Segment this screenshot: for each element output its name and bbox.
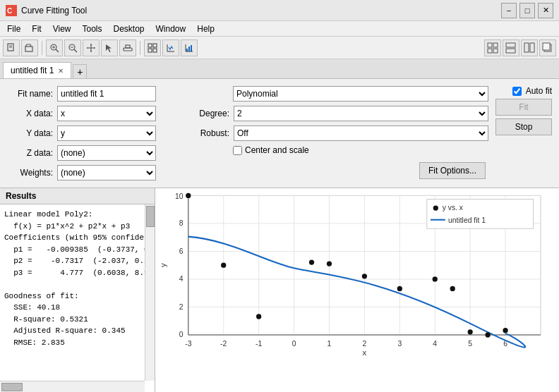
svg-text:4: 4 — [179, 275, 184, 283]
svg-rect-21 — [153, 44, 157, 47]
svg-text:1: 1 — [327, 340, 332, 348]
chart-svg: -3 -2 -1 0 1 2 3 4 5 6 x 0 2 4 6 8 10 y — [155, 188, 559, 392]
menu-tools[interactable]: Tools — [76, 23, 107, 35]
zoom-out-button[interactable] — [64, 39, 81, 56]
minimize-button[interactable]: − — [501, 3, 517, 18]
svg-text:8: 8 — [179, 219, 184, 227]
results-scrollbar-thumb[interactable] — [146, 206, 155, 227]
svg-text:untitled fit 1: untitled fit 1 — [448, 216, 486, 224]
x-data-label: X data: — [7, 109, 53, 118]
z-data-label: Z data: — [7, 148, 53, 158]
fit-name-label: Fit name: — [7, 89, 53, 99]
axes-button[interactable] — [162, 39, 179, 56]
y-data-select[interactable]: y — [57, 125, 156, 141]
menu-help[interactable]: Help — [191, 23, 220, 35]
fit-name-row: Fit name: — [7, 86, 176, 102]
degree-label: Degree: — [191, 109, 229, 118]
weights-select[interactable]: (none) — [57, 165, 156, 180]
svg-text:6: 6 — [179, 247, 184, 255]
chart-button[interactable] — [181, 39, 198, 56]
fit-button[interactable]: Fit — [495, 99, 552, 116]
center-scale-checkbox[interactable] — [233, 146, 242, 155]
z-data-row: Z data: (none) — [7, 145, 176, 161]
z-data-select[interactable]: (none) — [57, 145, 156, 161]
close-button[interactable]: ✕ — [538, 3, 553, 18]
svg-line-11 — [74, 49, 77, 52]
grid-button[interactable] — [144, 39, 161, 56]
results-scrollbar-h-thumb[interactable] — [1, 383, 23, 391]
tab-bar: untitled fit 1 ✕ + — [0, 59, 559, 79]
brush-button[interactable] — [119, 39, 136, 56]
svg-rect-37 — [524, 43, 529, 52]
y-data-label: Y data: — [7, 128, 53, 138]
svg-rect-28 — [186, 49, 188, 51]
robust-select[interactable]: Off LAR Bisquare — [234, 125, 488, 141]
degree-select[interactable]: 2 1 3 4 — [234, 106, 488, 121]
toolbar-separator-2 — [140, 41, 140, 55]
svg-text:-3: -3 — [185, 340, 191, 348]
menu-fit[interactable]: Fit — [26, 23, 47, 35]
tab-close-button[interactable]: ✕ — [58, 67, 64, 75]
svg-line-7 — [56, 49, 59, 52]
main-content: Fit name: X data: x Y data: y Z data: (n… — [0, 79, 559, 392]
menu-file[interactable]: File — [1, 23, 26, 35]
svg-text:4: 4 — [433, 340, 437, 348]
tile-button[interactable] — [484, 39, 501, 56]
svg-rect-34 — [493, 49, 498, 53]
add-tab-button[interactable]: + — [73, 64, 87, 78]
svg-rect-29 — [188, 47, 190, 51]
tab-label: untitled fit 1 — [11, 66, 54, 75]
tile-v-button[interactable] — [503, 39, 519, 56]
app-icon: C — [6, 5, 17, 16]
svg-text:y vs. x: y vs. x — [443, 204, 464, 212]
svg-marker-17 — [106, 44, 112, 52]
svg-text:0: 0 — [179, 331, 184, 338]
menu-desktop[interactable]: Desktop — [108, 23, 150, 35]
svg-rect-20 — [148, 44, 152, 47]
menu-view[interactable]: View — [47, 23, 77, 35]
x-data-select[interactable]: x — [57, 106, 156, 121]
fit-options-button[interactable]: Fit Options... — [419, 162, 486, 179]
open-button[interactable] — [21, 39, 38, 56]
svg-rect-31 — [488, 43, 492, 47]
svg-text:y: y — [159, 263, 167, 267]
svg-rect-22 — [148, 49, 152, 52]
auto-fit-checkbox[interactable] — [512, 87, 522, 96]
results-header: Results — [0, 188, 155, 204]
window-title: Curve Fitting Tool — [21, 6, 501, 16]
svg-point-76 — [186, 193, 191, 198]
datacursor-button[interactable] — [101, 39, 118, 56]
menu-window[interactable]: Window — [150, 23, 192, 35]
tile-h-button[interactable] — [521, 39, 538, 56]
toolbar — [0, 37, 559, 59]
results-scrollbar-vertical[interactable] — [145, 204, 155, 381]
y-data-row: Y data: y — [7, 125, 176, 141]
svg-point-89 — [433, 205, 438, 210]
float-button[interactable] — [539, 39, 556, 56]
svg-point-79 — [309, 259, 314, 264]
pan-button[interactable] — [83, 39, 100, 56]
stop-button[interactable]: Stop — [495, 118, 552, 135]
bottom-panel: Results Linear model Poly2: f(x) = p1*x^… — [0, 188, 559, 392]
auto-fit-row: Auto fit — [495, 86, 552, 96]
menu-bar: File Fit View Tools Desktop Window Help — [0, 21, 559, 37]
auto-fit-label[interactable]: Auto fit — [526, 86, 552, 96]
method-row: Polynomial — [191, 86, 488, 102]
fit-name-input[interactable] — [57, 86, 156, 102]
title-bar: C Curve Fitting Tool − □ ✕ — [0, 0, 559, 21]
results-scrollbar-horizontal[interactable] — [0, 381, 145, 392]
tab-untitled-fit-1[interactable]: untitled fit 1 ✕ — [3, 62, 71, 78]
options-panel: Polynomial Degree: 2 1 3 4 — [191, 86, 552, 180]
svg-point-85 — [468, 329, 473, 334]
new-button[interactable] — [3, 39, 20, 56]
svg-text:x: x — [363, 348, 367, 357]
svg-text:2: 2 — [363, 340, 367, 348]
maximize-button[interactable]: □ — [519, 3, 535, 18]
x-data-row: X data: x — [7, 106, 176, 121]
svg-marker-13 — [90, 44, 92, 45]
weights-label: Weights: — [7, 168, 53, 178]
method-select[interactable]: Polynomial — [233, 86, 488, 102]
zoom-in-button[interactable] — [46, 39, 63, 56]
center-scale-label[interactable]: Center and scale — [245, 145, 309, 155]
svg-text:3: 3 — [397, 340, 402, 348]
